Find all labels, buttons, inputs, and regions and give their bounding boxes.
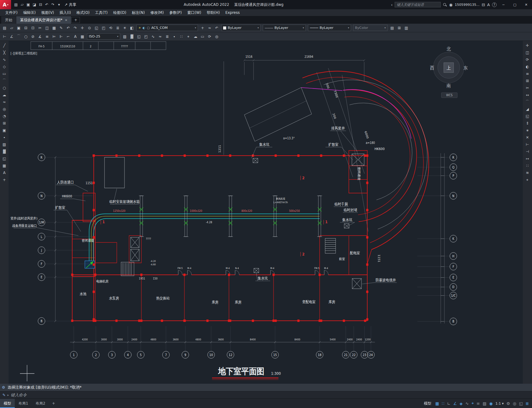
plot-icon[interactable]: ⊟ — [37, 1, 44, 8]
match-properties-icon[interactable]: ✎ — [58, 25, 65, 31]
otrack-icon[interactable]: ∿ — [465, 401, 469, 406]
close-button[interactable]: ✕ — [522, 0, 531, 9]
apps-icon[interactable]: A — [487, 2, 490, 7]
minimize-button[interactable]: ─ — [499, 0, 508, 9]
hatch-icon[interactable]: ▨ — [121, 33, 128, 40]
clean-screen-icon[interactable]: ◱ — [519, 401, 523, 406]
circle-icon[interactable]: ○ — [1, 85, 7, 91]
new-tab-button[interactable]: + — [71, 17, 80, 23]
menu-item-9[interactable]: 参数(P) — [167, 9, 185, 16]
menu-item-5[interactable]: 工具(T) — [93, 9, 111, 16]
rectangle-icon[interactable]: ▭ — [1, 71, 7, 77]
boundary-icon[interactable]: ◱ — [136, 33, 142, 40]
point-icon[interactable]: ∙ — [1, 134, 7, 140]
compass-south-label[interactable]: 南 — [447, 83, 451, 88]
wipeout-icon[interactable]: ▭ — [199, 33, 206, 40]
regen-icon[interactable]: ⟲ — [107, 25, 114, 31]
layer-isolate-icon[interactable]: ◧ — [128, 25, 135, 31]
model-space-toggle[interactable]: 模型 — [424, 401, 432, 406]
new-icon[interactable]: ▤ — [1, 25, 8, 31]
save-icon[interactable]: ▣ — [25, 1, 31, 8]
line-icon[interactable]: ╱ — [1, 42, 7, 48]
named-views-icon[interactable]: ◎ — [213, 33, 220, 40]
dim-arc-icon[interactable]: ⌒ — [15, 33, 22, 40]
polyline-edit-icon[interactable]: ∿ — [150, 33, 156, 40]
save-as-icon[interactable]: ◪ — [31, 1, 37, 8]
layout-tab-0[interactable]: 模型 — [0, 399, 15, 408]
gradient-icon[interactable]: ▓ — [128, 33, 135, 40]
tab-close-icon[interactable]: ✕ — [65, 18, 67, 22]
plot-preview-icon[interactable]: ⊡ — [30, 25, 36, 31]
dim-continue-icon[interactable]: ⊩ — [58, 33, 65, 40]
pan-icon[interactable]: ✛ — [79, 25, 86, 31]
polar-icon[interactable]: ∠ — [453, 401, 457, 406]
cut-icon[interactable]: ✂ — [37, 25, 43, 31]
fillet-icon[interactable]: ⌒ — [524, 99, 530, 105]
offset-icon[interactable]: ≡ — [524, 71, 530, 77]
mirror-icon[interactable]: ◐ — [524, 64, 530, 69]
ellipse-icon[interactable]: ◎ — [1, 106, 7, 112]
share-button[interactable]: ↗共享 — [65, 2, 76, 7]
polygon-icon[interactable]: ◇ — [1, 64, 7, 69]
tab-start[interactable]: 开始 — [1, 16, 16, 24]
zoom-previous-icon[interactable]: ◰ — [100, 25, 107, 31]
restore-button[interactable]: ▢ — [510, 0, 519, 9]
redo-icon[interactable]: ↷ — [72, 25, 79, 31]
search-icon[interactable] — [443, 3, 447, 7]
menu-item-2[interactable]: 视图(V) — [38, 9, 57, 16]
workspace-icon[interactable]: ⚙ — [506, 401, 510, 406]
paste-icon[interactable]: ▦ — [51, 25, 57, 31]
zoom-window-icon[interactable]: ◱ — [93, 25, 100, 31]
menu-item-0[interactable]: 文件(F) — [2, 9, 20, 16]
trim-icon[interactable]: ✂ — [524, 85, 530, 91]
ellipse-arc-icon[interactable]: ◔ — [1, 113, 7, 119]
wcs-chip[interactable]: WCS — [441, 93, 457, 98]
viewport-controls[interactable]: [-][俯视][二维线框] — [10, 51, 37, 55]
new-icon[interactable]: ▤ — [13, 1, 19, 8]
workspace-dropdown-icon[interactable]: ▾ — [56, 1, 62, 8]
open-icon[interactable]: ▱ — [8, 25, 15, 31]
lengthen-icon[interactable]: ↦ — [524, 156, 530, 161]
menu-item-10[interactable]: 窗口(W) — [185, 9, 204, 16]
text-icon[interactable]: A — [72, 33, 79, 40]
point-icon[interactable]: ∙ — [171, 33, 178, 40]
search-input[interactable] — [395, 2, 441, 7]
move-icon[interactable]: ✛ — [524, 42, 530, 48]
erase-icon[interactable]: ✕ — [524, 134, 530, 140]
isolate-icon[interactable]: ◎ — [513, 401, 516, 406]
undo-icon[interactable]: ↶ — [65, 25, 72, 31]
compass-west-label[interactable]: 西 — [430, 65, 434, 70]
spline-edit-icon[interactable]: ≈ — [157, 33, 164, 40]
create-block-icon[interactable]: ▣ — [1, 127, 7, 133]
multileader-icon[interactable]: ⌐ — [65, 33, 72, 40]
dynamic-input-icon[interactable]: ⌖ — [471, 401, 474, 406]
divide-icon[interactable]: ∷ — [178, 33, 185, 40]
lineweight-combo[interactable]: ———ByLayer▾ — [308, 25, 351, 31]
customize-icon[interactable]: ≣ — [526, 401, 529, 406]
properties-palette-icon[interactable]: ▤ — [389, 25, 396, 31]
region-icon[interactable]: ◰ — [143, 33, 149, 40]
design-center-icon[interactable]: ⊞ — [396, 25, 403, 31]
menu-item-6[interactable]: 绘图(D) — [110, 9, 129, 16]
save-icon[interactable]: ▣ — [15, 25, 22, 31]
measure-icon[interactable]: ⌖ — [524, 177, 530, 183]
search-expand-icon[interactable]: ‹ — [391, 2, 392, 7]
viewcube-top-face[interactable]: 上 — [447, 65, 451, 70]
menu-item-1[interactable]: 编辑(E) — [20, 9, 38, 16]
user-icon[interactable]: ◉ — [449, 2, 452, 7]
dim-linear-icon[interactable]: ⊢ — [1, 33, 8, 40]
color-combo[interactable]: ByLayer▾ — [221, 25, 261, 31]
multiline-text-icon[interactable]: A — [1, 170, 7, 176]
table-icon[interactable]: ▦ — [79, 33, 86, 40]
transparency-icon[interactable]: ▨ — [483, 401, 486, 406]
rotate-icon[interactable]: ⟳ — [524, 57, 530, 62]
multiline-icon[interactable]: ≣ — [164, 33, 171, 40]
lineweight-icon[interactable]: ≡ — [477, 401, 480, 406]
layer-previous-icon[interactable]: ↶ — [213, 25, 220, 31]
region-icon[interactable]: ◱ — [1, 156, 7, 161]
copy-icon[interactable]: ◫ — [524, 50, 530, 55]
layer-properties-icon[interactable]: ≣ — [114, 25, 121, 31]
dim-baseline-icon[interactable]: ⊨ — [51, 33, 57, 40]
insert-block-icon[interactable]: ⊞ — [1, 120, 7, 126]
command-prompt[interactable]: 键入命令 — [11, 392, 27, 398]
